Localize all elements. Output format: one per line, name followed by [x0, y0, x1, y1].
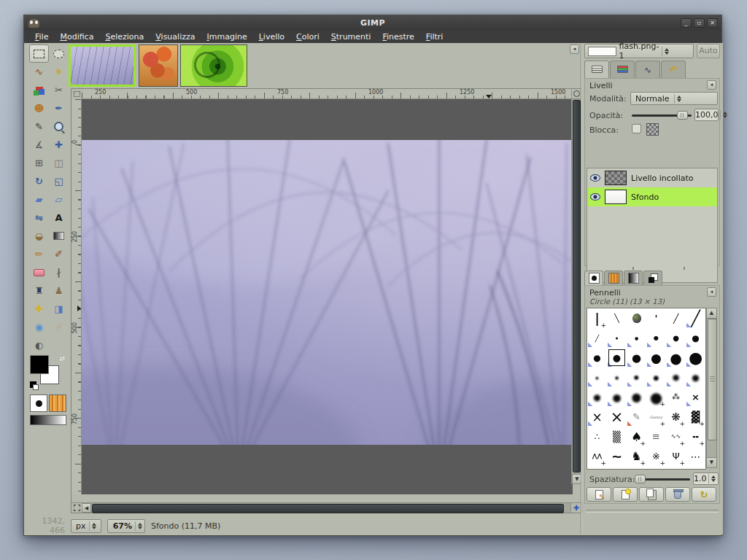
visibility-eye-icon[interactable] — [590, 193, 600, 201]
zoom-follow-window-button[interactable] — [571, 89, 581, 99]
brush-cell-fuz7[interactable]: ●◣ — [686, 368, 705, 387]
brush-cell-speck2[interactable]: ▒ — [607, 427, 627, 446]
brush-cell-slashS[interactable]: ╱◣ — [587, 328, 607, 348]
brush-cell-dot13[interactable]: ●◣ — [666, 348, 686, 368]
tool-eraser[interactable] — [29, 263, 49, 281]
brush-cell-fig2[interactable]: ♞ — [666, 466, 686, 470]
spacing-spinner[interactable] — [708, 474, 719, 483]
brush-cell-dot3[interactable]: ●◣ — [627, 328, 646, 348]
brush-cell-flame[interactable]: ♨ — [587, 466, 607, 470]
visibility-eye-icon[interactable] — [590, 174, 600, 182]
layer-row-background[interactable]: Sfondo — [587, 187, 717, 206]
brush-cell-glyphs[interactable]: ※+ — [646, 446, 666, 466]
tool-blur-sharpen[interactable]: ◉ — [29, 318, 49, 336]
brush-cell-blob2[interactable]: ♣+ — [627, 466, 646, 470]
brush-cell-spark[interactable]: ⁂ — [666, 387, 686, 407]
brush-cell-speck1[interactable]: ∴ — [587, 427, 607, 446]
tool-measure[interactable]: ∡ — [29, 136, 49, 154]
tool-color-picker[interactable]: ✎ — [29, 117, 49, 136]
tool-clone[interactable]: ♟ — [49, 281, 69, 300]
scroll-left-button[interactable]: ◀ — [82, 503, 91, 513]
brush-cell-scrib[interactable]: ~ — [607, 446, 627, 466]
brush-cell-grass[interactable]: ⋀⋀+ — [587, 446, 607, 466]
tab-layers[interactable] — [584, 61, 609, 78]
tool-ellipse-select[interactable] — [49, 44, 69, 63]
active-pattern-preview[interactable] — [49, 394, 66, 412]
brush-cell-x1[interactable]: ×◣ — [686, 387, 705, 407]
brush-cell-splat2[interactable]: ▓+ — [686, 407, 705, 427]
menu-finestre[interactable]: Finestre — [377, 31, 419, 42]
tool-select-by-color[interactable] — [29, 81, 49, 99]
tool-smudge[interactable]: ☝ — [49, 318, 69, 336]
duplicate-brush-button[interactable] — [639, 487, 664, 502]
tab-undo-history[interactable]: ↶ — [661, 61, 686, 78]
brush-cell-vine[interactable]: ∿∿+ — [666, 427, 686, 446]
close-button[interactable]: ✕ — [707, 18, 718, 28]
tab-palettes[interactable] — [643, 271, 662, 285]
default-colors-icon[interactable] — [30, 381, 36, 388]
titlebar[interactable]: GIMP _ ▫ ✕ — [24, 15, 721, 31]
tool-rotate[interactable]: ↻ — [29, 172, 49, 190]
brushes-panel-menu-button[interactable]: ◂ — [707, 287, 716, 297]
maple-leaves-image-thumbnail[interactable] — [139, 44, 178, 87]
brush-cell-fuz5[interactable]: ●◣ — [646, 368, 666, 387]
tool-heal[interactable]: ✚ — [29, 300, 49, 318]
brush-cell-slash[interactable]: ╱ — [666, 308, 686, 328]
active-gradient-preview[interactable] — [30, 415, 66, 425]
brush-cell-slashL[interactable]: ╱◣ — [686, 308, 705, 328]
quick-mask-toggle[interactable] — [71, 503, 82, 513]
delete-brush-button[interactable] — [665, 487, 690, 502]
menu-livello[interactable]: Livello — [254, 31, 290, 42]
tool-perspective-clone[interactable]: ◨ — [49, 300, 69, 318]
spacing-slider-handle[interactable] — [635, 475, 646, 483]
foreground-color-swatch[interactable] — [30, 355, 49, 374]
brush-cell-fuz3[interactable]: ●◣ — [607, 368, 627, 387]
layer-mode-spinner[interactable] — [674, 94, 716, 104]
vertical-scrollbar-thumb[interactable] — [573, 100, 581, 472]
active-brush-preview[interactable] — [30, 394, 47, 412]
brush-cell-dot4[interactable]: ●◣ — [646, 328, 666, 348]
brush-cell-x3[interactable]: × — [607, 407, 627, 427]
tool-pencil[interactable]: ✏ — [29, 245, 49, 263]
menu-seleziona[interactable]: Seleziona — [100, 31, 149, 42]
tool-free-select[interactable]: ∿ — [29, 63, 49, 81]
brush-cell-branch[interactable]: Ψ+ — [666, 446, 686, 466]
tab-gradients[interactable] — [624, 271, 643, 285]
navigation-button[interactable]: ✚ — [570, 503, 581, 513]
brush-cell-dot2[interactable]: ●◣ — [607, 328, 627, 348]
opacity-spinbox[interactable]: 100,0 — [694, 109, 719, 121]
tab-patterns[interactable] — [604, 271, 623, 285]
unit-combo[interactable]: px — [71, 519, 101, 533]
brush-cell-fig3[interactable]: ♝ — [686, 466, 705, 470]
brush-scroll-thumb[interactable] — [708, 319, 717, 440]
brush-cell-dot9[interactable]: ●◣ — [627, 348, 646, 368]
brush-cell-dashes[interactable]: ╍+ — [686, 427, 705, 446]
tool-zoom[interactable] — [49, 117, 69, 136]
lock-alpha-checkbox[interactable] — [632, 124, 641, 133]
tool-dodge-burn[interactable]: ◐ — [29, 336, 49, 354]
tab-paths[interactable]: ∿ — [635, 61, 660, 78]
tool-crop[interactable]: ◫ — [49, 154, 69, 172]
brush-cell-dot5[interactable]: ●◣ — [666, 328, 686, 348]
spacing-slider[interactable] — [635, 478, 690, 481]
color-area[interactable]: ⇄ — [30, 355, 65, 389]
maximize-button[interactable]: ▫ — [694, 18, 705, 28]
new-brush-button[interactable] — [613, 487, 638, 502]
tool-flip[interactable]: ⇋ — [29, 209, 49, 227]
brush-cell-txtrow[interactable]: ≡ — [646, 427, 666, 446]
tool-rectangle-select[interactable] — [29, 44, 49, 63]
tool-paths[interactable]: ✒ — [49, 99, 69, 117]
brush-cell-fuz11[interactable]: ●+ — [646, 387, 666, 407]
unit-spinner[interactable] — [89, 521, 96, 531]
layers-panel-menu-button[interactable]: ◂ — [707, 80, 716, 90]
menu-file[interactable]: File — [30, 31, 53, 42]
menu-immagine[interactable]: Immagine — [201, 31, 252, 42]
horizontal-scrollbar[interactable]: ◀ — [71, 502, 583, 513]
brush-scroll-down[interactable]: ▼ — [707, 457, 716, 467]
image-select-combo[interactable]: flash.png-1 — [584, 44, 694, 58]
opacity-slider-handle[interactable] — [677, 111, 688, 120]
brush-cell-blob1[interactable]: ♠+ — [627, 427, 646, 446]
menu-strumenti[interactable]: Strumenti — [326, 31, 376, 42]
tool-text[interactable]: A — [49, 209, 69, 227]
menu-modifica[interactable]: Modifica — [55, 31, 98, 42]
